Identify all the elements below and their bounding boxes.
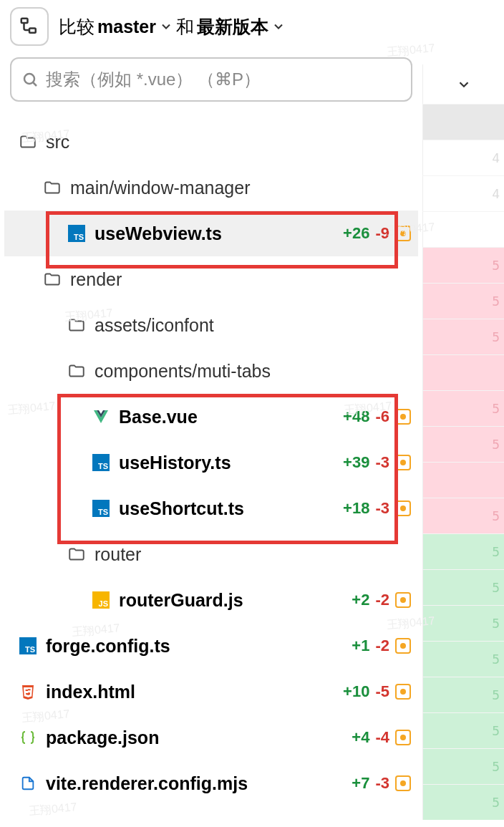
tree-item-label: routerGuard.js	[119, 590, 243, 611]
tree-item-label: render	[70, 269, 122, 290]
ts-file-icon: TS	[90, 454, 112, 471]
search-icon	[21, 71, 39, 88]
file-row[interactable]: TSuseShortcut.ts+18-3	[4, 485, 418, 531]
json-file-icon	[17, 729, 39, 746]
deletions: -6	[375, 407, 389, 426]
svg-point-2	[24, 74, 34, 84]
file-row[interactable]: TSuseHistory.ts+39-3	[4, 440, 418, 485]
diff-line: 5	[422, 784, 504, 820]
folder-icon	[66, 362, 87, 380]
folder-row[interactable]: components/muti-tabs	[4, 348, 418, 394]
tree-item-label: useHistory.ts	[119, 453, 231, 473]
diff-line: 5	[422, 498, 504, 533]
tree-icon	[19, 16, 40, 37]
diff-stats: +10-5	[337, 682, 411, 701]
folder-row[interactable]: assets/iconfont	[4, 302, 418, 348]
diff-line: 5	[422, 283, 504, 319]
compare-header: 比较 master 和 最新版本	[0, 7, 422, 57]
modified-icon	[395, 730, 411, 745]
file-row[interactable]: index.html+10-5	[4, 669, 418, 715]
additions: +1	[352, 637, 369, 655]
diff-line: 5	[422, 641, 504, 677]
folder-row[interactable]: render	[4, 256, 418, 302]
additions: +2	[352, 591, 369, 609]
ts-file-icon: TS	[66, 225, 87, 242]
diff-stats: +7-3	[346, 774, 411, 793]
folder-icon	[17, 132, 39, 151]
diff-stats: +18-3	[337, 499, 411, 518]
tree-item-label: forge.config.ts	[46, 636, 170, 657]
file-row[interactable]: JSrouterGuard.js+2-2	[4, 577, 418, 623]
tree-item-label: useWebview.ts	[94, 223, 222, 244]
file-row[interactable]: Base.vue+48-6	[4, 394, 418, 440]
ts-file-icon: TS	[17, 637, 39, 654]
file-row[interactable]: TSuseWebview.ts+26-9	[4, 211, 418, 256]
diff-line: 4	[422, 175, 504, 211]
folder-row[interactable]: main/window-manager	[4, 165, 418, 211]
search-placeholder: 搜索（例如 *.vue） （⌘P）	[46, 68, 261, 91]
tree-item-label: components/muti-tabs	[94, 361, 271, 382]
diff-stats: +48-6	[337, 407, 411, 426]
deletions: -9	[375, 224, 389, 243]
diff-line: 5	[422, 748, 504, 784]
modified-icon	[395, 638, 411, 654]
compare-prefix: 比较	[59, 15, 94, 39]
deletions: -3	[375, 499, 389, 518]
base-branch: master	[97, 16, 156, 37]
tree-view-toggle-button[interactable]	[10, 7, 49, 46]
folder-icon	[42, 178, 63, 197]
diff-line: 5	[422, 390, 504, 426]
folder-row[interactable]: src	[4, 119, 418, 165]
additions: +7	[352, 774, 369, 793]
diff-stats: +1-2	[346, 637, 411, 655]
deletions: -3	[375, 453, 389, 472]
file-row[interactable]: vite.renderer.config.mjs+7-3	[4, 760, 418, 806]
diff-line: 5	[422, 605, 504, 641]
deletions: -4	[375, 728, 389, 747]
diff-line	[422, 354, 504, 390]
diff-line: 5	[422, 319, 504, 354]
deletions: -5	[375, 682, 389, 701]
chevron-down-icon	[271, 19, 286, 34]
additions: +10	[343, 682, 369, 701]
file-row[interactable]: TSforge.config.ts+1-2	[4, 623, 418, 669]
ts-file-icon: TS	[90, 500, 112, 517]
diff-line: 5	[422, 569, 504, 605]
js-file-icon: JS	[90, 591, 112, 609]
diff-stats: +2-2	[346, 591, 411, 609]
compare-selector[interactable]: 比较 master 和 最新版本	[59, 15, 286, 39]
modified-icon	[395, 684, 411, 700]
diff-preview-panel: 4455555555555555	[422, 0, 504, 827]
file-row[interactable]: package.json+4-4	[4, 715, 418, 760]
tree-item-label: src	[46, 132, 69, 153]
svg-rect-0	[21, 19, 28, 23]
additions: +39	[343, 453, 369, 472]
diff-line: 5	[422, 426, 504, 462]
diff-collapse-chevron[interactable]	[422, 64, 504, 104]
diff-stats: +39-3	[337, 453, 411, 472]
tree-item-label: vite.renderer.config.mjs	[46, 773, 248, 794]
diff-stats: +4-4	[346, 728, 411, 747]
additions: +48	[343, 407, 369, 426]
modified-icon	[395, 455, 411, 470]
diff-line	[422, 462, 504, 498]
diff-line: 5	[422, 247, 504, 283]
tree-item-label: Base.vue	[119, 407, 198, 427]
modified-icon	[395, 775, 411, 791]
diff-line	[422, 104, 504, 140]
folder-row[interactable]: router	[4, 531, 418, 577]
deletions: -2	[375, 637, 389, 655]
diff-stats: +26-9	[337, 224, 411, 243]
additions: +26	[343, 224, 369, 243]
tree-item-label: package.json	[46, 727, 159, 748]
folder-icon	[66, 545, 87, 564]
tree-item-label: useShortcut.ts	[119, 498, 244, 519]
modified-icon	[395, 409, 411, 425]
modified-icon	[395, 500, 411, 516]
folder-icon	[66, 316, 87, 334]
search-input[interactable]: 搜索（例如 *.vue） （⌘P）	[10, 57, 412, 102]
tree-item-label: main/window-manager	[70, 178, 251, 198]
folder-icon	[42, 270, 63, 289]
diff-line	[422, 211, 504, 247]
diff-line: 4	[422, 140, 504, 175]
